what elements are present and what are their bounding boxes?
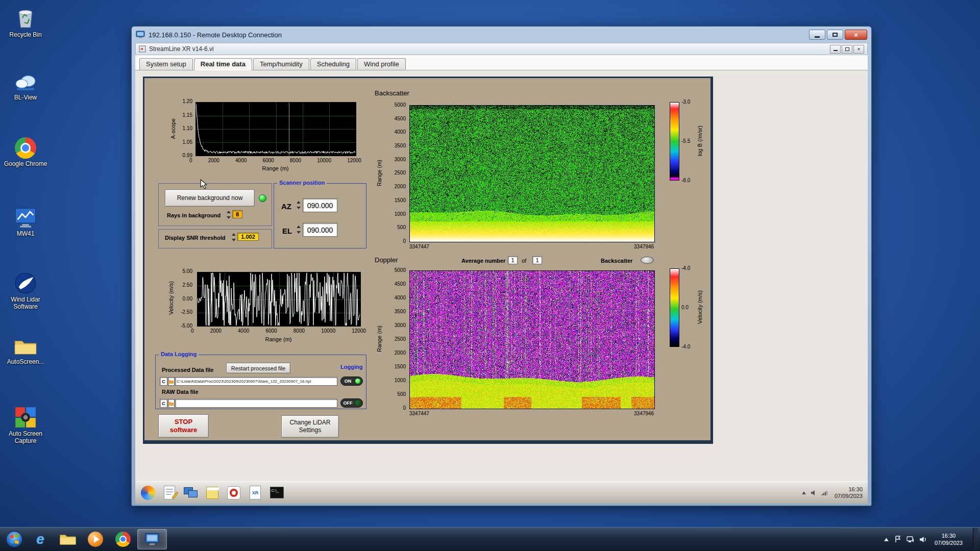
tick-label: 1.15 — [183, 113, 192, 118]
show-desktop-button[interactable] — [973, 528, 978, 551]
dual-display-icon[interactable] — [183, 485, 199, 500]
taskbar-media-player[interactable] — [82, 529, 109, 549]
desktop-icon-bl-view[interactable]: BL-View — [3, 72, 48, 101]
notes-icon[interactable] — [205, 485, 220, 500]
average-total-value[interactable]: 1 — [532, 256, 542, 264]
backscatter-toggle[interactable] — [641, 257, 654, 264]
tab-temp-humidity[interactable]: Temp/humidity — [253, 58, 309, 70]
raw-logging-toggle[interactable]: OFF — [340, 398, 363, 408]
processed-path-field[interactable]: C:\LidarA\Data\Proc\2023\202309\20230907… — [175, 377, 337, 386]
desktop-icon-label: AutoScreen... — [7, 358, 44, 365]
tick-label: 6000 — [265, 328, 277, 334]
doppler-colorbar — [670, 268, 679, 347]
tick-label: 0 — [403, 239, 406, 244]
remote-tray-caret-icon[interactable] — [801, 491, 806, 495]
taskbar-chrome[interactable] — [110, 529, 136, 549]
tick-label: 4000 — [235, 158, 247, 163]
remote-volume-icon[interactable] — [811, 490, 817, 496]
el-value[interactable]: 090.000 — [303, 223, 337, 237]
tick-label: 1000 — [395, 212, 406, 217]
remote-network-icon[interactable] — [821, 490, 827, 496]
tab-scheduling[interactable]: Scheduling — [310, 58, 356, 70]
tick-label: 3500 — [395, 143, 406, 148]
desktop-icon-autoscreen-folder[interactable]: AutoScreen... — [3, 337, 48, 365]
tick-label: 0.00 — [183, 296, 192, 302]
vi-app-icon — [139, 45, 146, 53]
browse-folder-icon — [169, 402, 174, 406]
tab-system-setup[interactable]: System setup — [139, 58, 193, 70]
el-spinner[interactable] — [296, 226, 301, 234]
desktop-icon-wind-lidar-software[interactable]: Wind Lidar Software — [3, 272, 48, 310]
tick-label: 12000 — [347, 158, 361, 163]
snr-spinner[interactable] — [231, 233, 236, 241]
taskbar-remote-desktop-active[interactable] — [137, 529, 167, 549]
tab-wind-profile[interactable]: Wind profile — [357, 58, 406, 70]
vi-close-button[interactable]: × — [853, 45, 864, 54]
stop-software-button[interactable]: STOP software — [158, 414, 209, 438]
xr-document-icon[interactable]: XR — [248, 485, 263, 500]
change-lidar-settings-button[interactable]: Change LiDAR Settings — [281, 415, 339, 438]
rays-in-background-value[interactable]: 8 — [232, 210, 242, 218]
tick-label: 500 — [397, 392, 406, 397]
backscatter-heatmap[interactable] — [409, 105, 655, 242]
processed-drive-box[interactable]: C — [160, 377, 167, 386]
remote-time: 16:30 — [835, 486, 863, 493]
close-button[interactable]: × — [845, 30, 867, 40]
tick-label: -5.5 — [681, 139, 690, 144]
az-spinner[interactable] — [296, 201, 301, 209]
tick-label: 1500 — [395, 198, 406, 203]
desktop-icon-google-chrome[interactable]: Google Chrome — [3, 137, 48, 167]
action-center-flag-icon[interactable] — [894, 536, 901, 543]
tray-caret-icon[interactable] — [884, 537, 889, 542]
volume-icon[interactable] — [919, 536, 926, 543]
desktop-icon-mw41[interactable]: MW41 — [3, 206, 48, 237]
velocity-graph[interactable] — [197, 272, 361, 327]
vi-titlebar[interactable]: StreamLine XR v14-6.vi × — [135, 43, 868, 55]
maximize-button[interactable] — [827, 30, 843, 40]
raw-drive-box[interactable]: C — [160, 399, 167, 408]
vi-restore-button[interactable] — [842, 45, 852, 54]
command-prompt-icon[interactable]: C:\_ — [269, 485, 284, 500]
taskbar-file-explorer[interactable] — [55, 529, 81, 549]
renew-background-button[interactable]: Renew background now — [165, 189, 255, 207]
backscatter-title: Backscatter — [375, 89, 436, 97]
taskbar-clock[interactable]: 16:30 07/09/2023 — [932, 532, 966, 546]
restart-processed-file-button[interactable]: Restart processed file — [226, 363, 290, 373]
raw-path-field[interactable] — [175, 399, 337, 408]
desktop-icon-recycle-bin[interactable]: Recycle Bin — [3, 6, 48, 38]
backscatter-x-range: 3347447 3347946 — [409, 244, 654, 249]
snr-threshold-value[interactable]: 1.002 — [237, 233, 259, 241]
vi-minimize-button[interactable] — [830, 45, 841, 54]
processed-browse-button[interactable] — [168, 377, 175, 386]
start-button[interactable] — [3, 529, 26, 549]
power-button-icon[interactable] — [226, 485, 241, 500]
rdp-titlebar[interactable]: 192.168.0.150 - Remote Desktop Connectio… — [132, 27, 871, 43]
tick-label: 2000 — [210, 328, 222, 334]
desktop-icon-auto-screen-capture[interactable]: Auto Screen Capture — [3, 406, 48, 444]
lidar-app-icon — [14, 272, 37, 294]
tick-label: 0 — [403, 406, 406, 411]
minimize-button[interactable] — [809, 30, 825, 40]
snr-threshold-label: Display SNR threshold — [165, 235, 226, 241]
logging-label: Logging — [340, 364, 362, 370]
tick-label: -4.0 — [681, 344, 690, 349]
tick-label: 2000 — [208, 158, 219, 163]
tick-label: 1000 — [395, 378, 406, 383]
windows-taskbar: e 16:30 07/09/2023 — [0, 527, 980, 551]
browser-icon[interactable] — [140, 485, 156, 500]
ascope-graph[interactable] — [195, 102, 356, 156]
processed-logging-toggle[interactable]: ON — [340, 377, 363, 386]
rays-spinner[interactable] — [226, 211, 231, 219]
az-value[interactable]: 090.000 — [303, 198, 337, 212]
network-icon[interactable] — [906, 536, 914, 543]
backscatter-x-end: 3347946 — [634, 244, 654, 249]
notepad-icon[interactable] — [162, 485, 177, 500]
remote-clock[interactable]: 16:30 07/09/2023 — [831, 486, 863, 499]
doppler-heatmap[interactable] — [409, 270, 655, 409]
chrome-icon — [115, 532, 131, 547]
average-number-value[interactable]: 1 — [508, 256, 518, 264]
taskbar-internet-explorer[interactable]: e — [27, 529, 54, 549]
raw-browse-button[interactable] — [168, 399, 175, 408]
tab-real-time-data[interactable]: Real time data — [194, 58, 252, 70]
data-logging-title: Data Logging — [159, 351, 199, 357]
